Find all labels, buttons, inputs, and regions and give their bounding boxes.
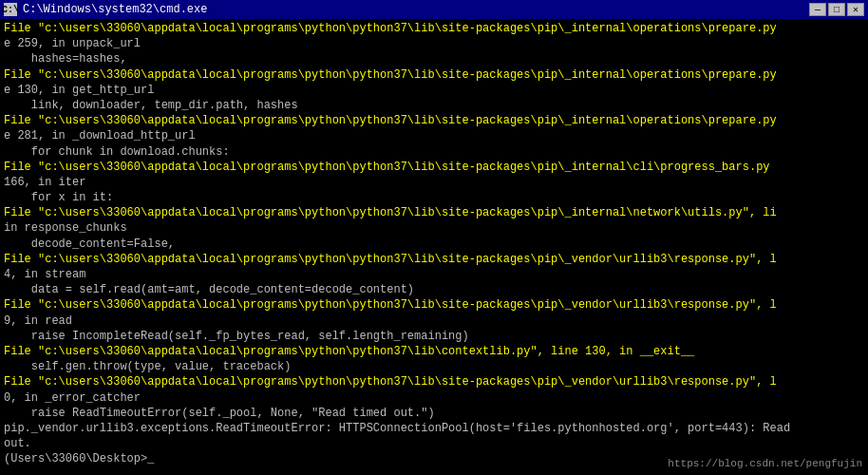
terminal-line: e 281, in _download_http_url [4,128,864,143]
terminal-line: self.gen.throw(type, value, traceback) [4,359,864,374]
terminal-line: File "c:\users\33060\appdata\local\progr… [4,374,864,390]
terminal-line: 4, in stream [4,267,864,282]
terminal-line: File "c:\users\33060\appdata\local\progr… [4,113,864,128]
terminal-body: File "c:\users\33060\appdata\local\progr… [0,19,868,475]
terminal-line: 9, in read [4,314,864,329]
titlebar-title: C:\Windows\system32\cmd.exe [23,3,207,16]
terminal-line: File "c:\users\33060\appdata\local\progr… [4,344,864,359]
terminal-line: data = self.read(amt=amt, decode_content… [4,282,864,297]
titlebar: C:\ C:\Windows\system32\cmd.exe — □ ✕ [0,0,868,19]
watermark: https://blog.csdn.net/pengfujin [668,458,862,469]
terminal-line: for x in it: [4,190,864,205]
terminal-line: e 130, in get_http_url [4,83,864,98]
close-button[interactable]: ✕ [847,3,864,16]
terminal-line: link, downloader, temp_dir.path, hashes [4,98,864,113]
terminal-line: pip._vendor.urllib3.exceptions.ReadTimeo… [4,421,864,436]
cmd-icon: C:\ [4,3,17,16]
terminal-line: e 259, in unpack_url [4,36,864,51]
terminal-line: File "c:\users\33060\appdata\local\progr… [4,160,864,175]
titlebar-controls[interactable]: — □ ✕ [809,3,864,16]
terminal-line: File "c:\users\33060\appdata\local\progr… [4,21,864,36]
titlebar-left: C:\ C:\Windows\system32\cmd.exe [4,3,207,16]
terminal-line: decode_content=False, [4,237,864,252]
terminal-line: for chunk in download.chunks: [4,144,864,160]
maximize-button[interactable]: □ [828,3,845,16]
terminal-line: File "c:\users\33060\appdata\local\progr… [4,205,864,220]
terminal-line: raise IncompleteRead(self._fp_bytes_read… [4,329,864,344]
terminal-line: in response_chunks [4,220,864,236]
terminal-line: raise ReadTimeoutError(self._pool, None,… [4,406,864,421]
terminal-line: 0, in _error_catcher [4,390,864,406]
terminal-line: out. [4,436,864,451]
terminal-line: File "c:\users\33060\appdata\local\progr… [4,297,864,313]
terminal-line: File "c:\users\33060\appdata\local\progr… [4,252,864,267]
terminal-line: hashes=hashes, [4,51,864,66]
terminal-line: File "c:\users\33060\appdata\local\progr… [4,67,864,83]
terminal-output: File "c:\users\33060\appdata\local\progr… [4,21,864,466]
minimize-button[interactable]: — [809,3,826,16]
terminal-line: 166, in iter [4,175,864,190]
